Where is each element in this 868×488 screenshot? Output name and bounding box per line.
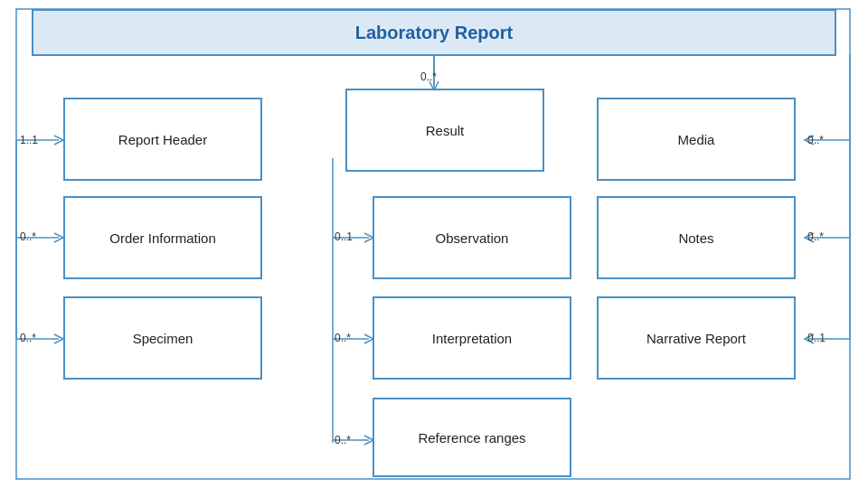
media-multiplicity: 0..* — [807, 134, 824, 146]
media-box: Media — [597, 98, 796, 181]
media-label: Media — [678, 132, 715, 147]
interpretation-label: Interpretation — [432, 331, 512, 346]
order-information-multiplicity: 0..* — [20, 230, 36, 243]
diagram: Laboratory Report Report Header 1..1 Ord… — [0, 0, 868, 488]
observation-box: Observation — [373, 196, 571, 279]
result-multiplicity: 0..* — [420, 70, 437, 83]
result-box: Result — [345, 89, 544, 172]
specimen-box: Specimen — [63, 296, 262, 380]
observation-label: Observation — [436, 230, 509, 246]
reference-ranges-label: Reference ranges — [418, 430, 525, 446]
report-header-box: Report Header — [63, 98, 262, 181]
reference-ranges-box: Reference ranges — [373, 398, 571, 477]
narrative-report-box: Narrative Report — [597, 296, 796, 380]
specimen-multiplicity: 0..* — [20, 332, 36, 344]
reference-ranges-multiplicity: 0..* — [335, 434, 351, 446]
interpretation-box: Interpretation — [373, 296, 571, 380]
order-information-box: Order Information — [63, 196, 262, 279]
narrative-report-multiplicity: 0..1 — [807, 332, 826, 344]
specimen-label: Specimen — [133, 331, 193, 346]
report-header-multiplicity: 1..1 — [20, 134, 38, 146]
laboratory-report-box: Laboratory Report — [32, 9, 836, 56]
interpretation-multiplicity: 0..* — [335, 332, 351, 344]
notes-box: Notes — [597, 196, 796, 279]
narrative-report-label: Narrative Report — [646, 331, 746, 346]
notes-label: Notes — [678, 230, 713, 246]
result-label: Result — [426, 123, 465, 138]
order-information-label: Order Information — [109, 230, 216, 246]
laboratory-report-label: Laboratory Report — [355, 23, 513, 43]
notes-multiplicity: 0..* — [807, 230, 824, 243]
report-header-label: Report Header — [118, 132, 207, 147]
observation-multiplicity: 0..1 — [335, 230, 353, 243]
